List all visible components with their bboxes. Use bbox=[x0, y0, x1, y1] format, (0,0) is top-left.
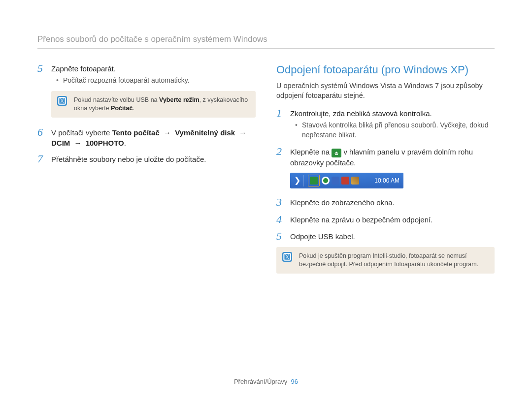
note-box-2: Pokud je spuštěn program Intelli-studio,… bbox=[276, 247, 495, 274]
step-body: V počítači vyberte Tento počítač → Vyměn… bbox=[51, 126, 256, 148]
step-number: 5 bbox=[37, 62, 51, 74]
network-tray-icon bbox=[351, 177, 359, 185]
step-7: 7 Přetáhněte soubory nebo je uložte do p… bbox=[37, 153, 256, 165]
step-5: 5 Zapněte fotoaparát. Počítač rozpozná f… bbox=[37, 62, 256, 87]
note-icon bbox=[57, 96, 67, 106]
step-text: Přetáhněte soubory nebo je uložte do poč… bbox=[51, 153, 256, 164]
page-footer: Přehrávání/Úpravy 96 bbox=[0, 377, 532, 386]
taskbar-clock: 10:00 AM bbox=[374, 177, 399, 185]
safely-remove-icon bbox=[332, 149, 341, 157]
bullet: Stavová kontrolka bliká při přenosu soub… bbox=[297, 121, 495, 140]
step-text: Odpojte USB kabel. bbox=[290, 230, 495, 242]
note-box-1: Pokud nastavíte volbu USB na Vyberte rež… bbox=[51, 91, 256, 118]
volume-tray-icon bbox=[341, 177, 349, 185]
right-column: Odpojení fotoaparátu (pro Windows XP) U … bbox=[276, 62, 495, 282]
safely-remove-tray-icon bbox=[310, 177, 318, 185]
step-text: Zapněte fotoaparát. bbox=[51, 63, 256, 74]
step-body: Zapněte fotoaparát. Počítač rozpozná fot… bbox=[51, 62, 256, 87]
shield-tray-icon bbox=[322, 177, 330, 185]
page-header: Přenos souborů do počítače s operačním s… bbox=[37, 33, 495, 49]
bullet: Počítač rozpozná fotoaparát automaticky. bbox=[58, 76, 256, 86]
step-text: Klepněte na zprávu o bezpečném odpojení. bbox=[290, 214, 495, 225]
step-bullets: Stavová kontrolka bliká při přenosu soub… bbox=[290, 121, 495, 140]
step-number: 3 bbox=[276, 196, 290, 208]
step-6: 6 V počítači vyberte Tento počítač → Vym… bbox=[37, 126, 256, 148]
page: Přenos souborů do počítače s operačním s… bbox=[0, 0, 532, 401]
svg-rect-1 bbox=[335, 154, 338, 155]
step-number: 2 bbox=[276, 146, 290, 157]
step-number: 4 bbox=[276, 214, 290, 225]
r-step-3: 3 Klepněte do zobrazeného okna. bbox=[276, 196, 495, 208]
step-body: Klepněte na v hlavním panelu v pravém do… bbox=[290, 146, 495, 168]
step-number: 7 bbox=[37, 153, 51, 165]
note-text: Pokud je spuštěn program Intelli-studio,… bbox=[299, 252, 478, 268]
footer-section: Přehrávání/Úpravy bbox=[234, 378, 287, 385]
note-text: Pokud nastavíte volbu USB na Vyberte rež… bbox=[74, 96, 248, 112]
left-column: 5 Zapněte fotoaparát. Počítač rozpozná f… bbox=[37, 62, 256, 282]
note-icon bbox=[282, 252, 292, 262]
r-step-5: 5 Odpojte USB kabel. bbox=[276, 230, 495, 242]
step-text: Klepněte do zobrazeného okna. bbox=[290, 196, 495, 208]
r-step-4: 4 Klepněte na zprávu o bezpečném odpojen… bbox=[276, 214, 495, 225]
taskbar-image: ❯ 10:00 AM bbox=[290, 173, 403, 188]
step-text: Zkontrolujte, zda nebliká stavová kontro… bbox=[290, 108, 495, 119]
step-number: 1 bbox=[276, 107, 290, 119]
r-step-1: 1 Zkontrolujte, zda nebliká stavová kont… bbox=[276, 107, 495, 141]
r-step-2: 2 Klepněte na v hlavním panelu v pravém … bbox=[276, 146, 495, 168]
page-number: 96 bbox=[291, 378, 298, 385]
step-bullets: Počítač rozpozná fotoaparát automaticky. bbox=[51, 76, 256, 86]
step-number: 6 bbox=[37, 126, 51, 138]
section-title: Odpojení fotoaparátu (pro Windows XP) bbox=[276, 62, 495, 78]
tray-selected-safely-remove-icon bbox=[308, 175, 320, 186]
step-number: 5 bbox=[276, 230, 290, 242]
section-intro: U operačních systémů Windows Vista a Win… bbox=[276, 81, 495, 101]
content-columns: 5 Zapněte fotoaparát. Počítač rozpozná f… bbox=[37, 62, 495, 282]
start-arrow-icon: ❯ bbox=[294, 175, 304, 186]
display-tray-icon bbox=[332, 177, 339, 185]
step-body: Zkontrolujte, zda nebliká stavová kontro… bbox=[290, 107, 495, 141]
